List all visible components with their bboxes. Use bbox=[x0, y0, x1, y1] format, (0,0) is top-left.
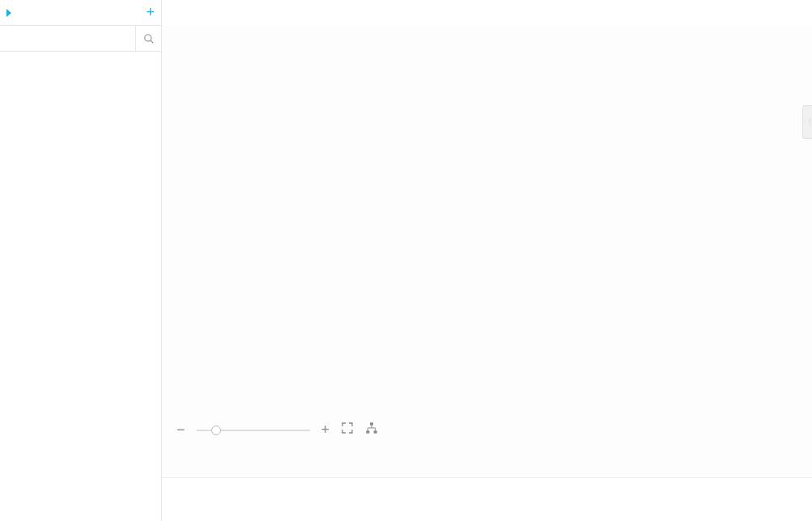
bottom-toolbar bbox=[162, 477, 812, 521]
sidebar: + bbox=[0, 0, 162, 521]
svg-rect-4 bbox=[374, 430, 377, 433]
zoom-controls: − + bbox=[176, 421, 378, 438]
search-icon bbox=[143, 33, 155, 44]
sidebar-header: + bbox=[0, 0, 161, 26]
svg-rect-3 bbox=[366, 430, 369, 433]
canvas[interactable]: − + bbox=[162, 26, 812, 477]
zoom-in-button[interactable]: + bbox=[321, 421, 330, 438]
right-panel-toggle[interactable]: 〈 bbox=[802, 105, 812, 139]
sidebar-list bbox=[0, 52, 161, 521]
tabbar bbox=[162, 0, 812, 26]
zoom-slider[interactable] bbox=[197, 430, 310, 431]
search-input[interactable] bbox=[0, 26, 135, 51]
main: − + bbox=[162, 0, 812, 521]
layout-button[interactable] bbox=[365, 421, 378, 438]
search-button[interactable] bbox=[135, 26, 161, 51]
flow-links bbox=[162, 26, 812, 477]
tree-icon bbox=[365, 421, 378, 434]
sidebar-search bbox=[0, 26, 161, 52]
fullscreen-icon bbox=[341, 421, 354, 434]
zoom-out-button[interactable]: − bbox=[176, 421, 185, 438]
svg-point-0 bbox=[144, 34, 151, 40]
caret-right-icon[interactable] bbox=[6, 9, 11, 17]
fit-screen-button[interactable] bbox=[341, 421, 354, 438]
svg-line-1 bbox=[150, 40, 153, 43]
svg-rect-2 bbox=[370, 422, 373, 425]
add-project-button[interactable]: + bbox=[146, 4, 155, 21]
